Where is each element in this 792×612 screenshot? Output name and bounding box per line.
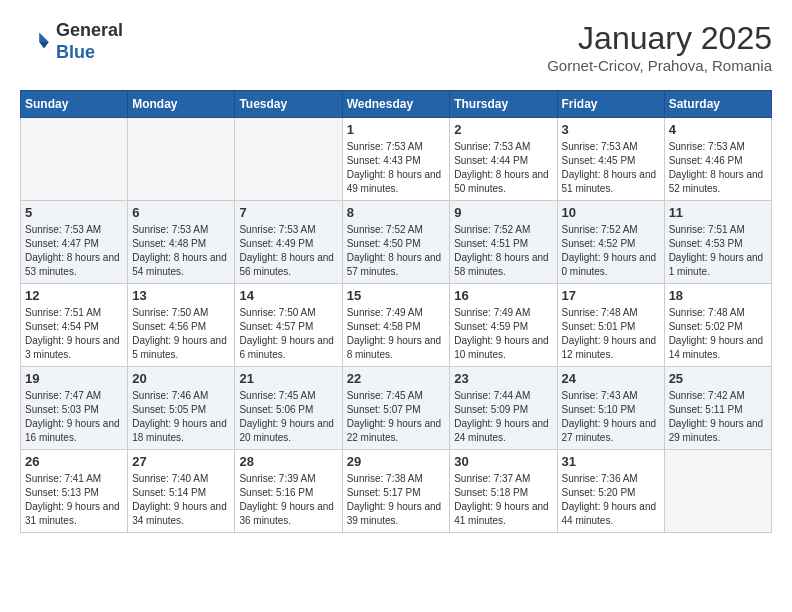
day-info: Sunrise: 7:45 AM Sunset: 5:07 PM Dayligh… bbox=[347, 389, 446, 445]
weekday-header: Wednesday bbox=[342, 91, 450, 118]
logo: General Blue bbox=[20, 20, 123, 63]
day-info: Sunrise: 7:36 AM Sunset: 5:20 PM Dayligh… bbox=[562, 472, 660, 528]
day-number: 8 bbox=[347, 205, 446, 220]
calendar-cell: 11Sunrise: 7:51 AM Sunset: 4:53 PM Dayli… bbox=[664, 201, 771, 284]
day-info: Sunrise: 7:53 AM Sunset: 4:47 PM Dayligh… bbox=[25, 223, 123, 279]
day-number: 2 bbox=[454, 122, 552, 137]
day-info: Sunrise: 7:51 AM Sunset: 4:54 PM Dayligh… bbox=[25, 306, 123, 362]
calendar-cell: 23Sunrise: 7:44 AM Sunset: 5:09 PM Dayli… bbox=[450, 367, 557, 450]
day-number: 25 bbox=[669, 371, 767, 386]
day-number: 5 bbox=[25, 205, 123, 220]
calendar-cell: 31Sunrise: 7:36 AM Sunset: 5:20 PM Dayli… bbox=[557, 450, 664, 533]
day-info: Sunrise: 7:52 AM Sunset: 4:51 PM Dayligh… bbox=[454, 223, 552, 279]
calendar-cell: 24Sunrise: 7:43 AM Sunset: 5:10 PM Dayli… bbox=[557, 367, 664, 450]
logo-icon bbox=[20, 26, 52, 58]
day-number: 12 bbox=[25, 288, 123, 303]
day-number: 26 bbox=[25, 454, 123, 469]
day-info: Sunrise: 7:53 AM Sunset: 4:44 PM Dayligh… bbox=[454, 140, 552, 196]
day-number: 9 bbox=[454, 205, 552, 220]
calendar-cell: 17Sunrise: 7:48 AM Sunset: 5:01 PM Dayli… bbox=[557, 284, 664, 367]
day-number: 4 bbox=[669, 122, 767, 137]
calendar-cell: 18Sunrise: 7:48 AM Sunset: 5:02 PM Dayli… bbox=[664, 284, 771, 367]
calendar-cell: 26Sunrise: 7:41 AM Sunset: 5:13 PM Dayli… bbox=[21, 450, 128, 533]
day-info: Sunrise: 7:53 AM Sunset: 4:45 PM Dayligh… bbox=[562, 140, 660, 196]
calendar-cell: 7Sunrise: 7:53 AM Sunset: 4:49 PM Daylig… bbox=[235, 201, 342, 284]
day-number: 19 bbox=[25, 371, 123, 386]
calendar-cell: 15Sunrise: 7:49 AM Sunset: 4:58 PM Dayli… bbox=[342, 284, 450, 367]
weekday-header: Monday bbox=[128, 91, 235, 118]
weekday-header: Friday bbox=[557, 91, 664, 118]
calendar-cell: 25Sunrise: 7:42 AM Sunset: 5:11 PM Dayli… bbox=[664, 367, 771, 450]
day-info: Sunrise: 7:37 AM Sunset: 5:18 PM Dayligh… bbox=[454, 472, 552, 528]
day-info: Sunrise: 7:50 AM Sunset: 4:57 PM Dayligh… bbox=[239, 306, 337, 362]
day-info: Sunrise: 7:51 AM Sunset: 4:53 PM Dayligh… bbox=[669, 223, 767, 279]
calendar-cell: 3Sunrise: 7:53 AM Sunset: 4:45 PM Daylig… bbox=[557, 118, 664, 201]
weekday-header: Saturday bbox=[664, 91, 771, 118]
day-number: 16 bbox=[454, 288, 552, 303]
day-info: Sunrise: 7:48 AM Sunset: 5:01 PM Dayligh… bbox=[562, 306, 660, 362]
day-info: Sunrise: 7:43 AM Sunset: 5:10 PM Dayligh… bbox=[562, 389, 660, 445]
day-info: Sunrise: 7:40 AM Sunset: 5:14 PM Dayligh… bbox=[132, 472, 230, 528]
day-info: Sunrise: 7:52 AM Sunset: 4:50 PM Dayligh… bbox=[347, 223, 446, 279]
calendar-cell: 16Sunrise: 7:49 AM Sunset: 4:59 PM Dayli… bbox=[450, 284, 557, 367]
calendar-cell: 5Sunrise: 7:53 AM Sunset: 4:47 PM Daylig… bbox=[21, 201, 128, 284]
calendar-cell: 9Sunrise: 7:52 AM Sunset: 4:51 PM Daylig… bbox=[450, 201, 557, 284]
day-number: 28 bbox=[239, 454, 337, 469]
calendar-cell: 19Sunrise: 7:47 AM Sunset: 5:03 PM Dayli… bbox=[21, 367, 128, 450]
calendar-cell: 29Sunrise: 7:38 AM Sunset: 5:17 PM Dayli… bbox=[342, 450, 450, 533]
day-info: Sunrise: 7:49 AM Sunset: 4:58 PM Dayligh… bbox=[347, 306, 446, 362]
title-block: January 2025 Gornet-Cricov, Prahova, Rom… bbox=[547, 20, 772, 74]
calendar-cell bbox=[235, 118, 342, 201]
day-number: 13 bbox=[132, 288, 230, 303]
calendar-cell bbox=[128, 118, 235, 201]
day-info: Sunrise: 7:39 AM Sunset: 5:16 PM Dayligh… bbox=[239, 472, 337, 528]
day-number: 31 bbox=[562, 454, 660, 469]
day-number: 10 bbox=[562, 205, 660, 220]
calendar-cell: 28Sunrise: 7:39 AM Sunset: 5:16 PM Dayli… bbox=[235, 450, 342, 533]
day-number: 24 bbox=[562, 371, 660, 386]
day-number: 27 bbox=[132, 454, 230, 469]
day-info: Sunrise: 7:47 AM Sunset: 5:03 PM Dayligh… bbox=[25, 389, 123, 445]
day-info: Sunrise: 7:38 AM Sunset: 5:17 PM Dayligh… bbox=[347, 472, 446, 528]
calendar-cell: 2Sunrise: 7:53 AM Sunset: 4:44 PM Daylig… bbox=[450, 118, 557, 201]
day-number: 22 bbox=[347, 371, 446, 386]
day-info: Sunrise: 7:44 AM Sunset: 5:09 PM Dayligh… bbox=[454, 389, 552, 445]
day-info: Sunrise: 7:50 AM Sunset: 4:56 PM Dayligh… bbox=[132, 306, 230, 362]
weekday-header: Tuesday bbox=[235, 91, 342, 118]
day-info: Sunrise: 7:53 AM Sunset: 4:48 PM Dayligh… bbox=[132, 223, 230, 279]
day-number: 20 bbox=[132, 371, 230, 386]
day-info: Sunrise: 7:49 AM Sunset: 4:59 PM Dayligh… bbox=[454, 306, 552, 362]
weekday-header: Sunday bbox=[21, 91, 128, 118]
calendar-week-row: 12Sunrise: 7:51 AM Sunset: 4:54 PM Dayli… bbox=[21, 284, 772, 367]
day-number: 30 bbox=[454, 454, 552, 469]
calendar-cell: 22Sunrise: 7:45 AM Sunset: 5:07 PM Dayli… bbox=[342, 367, 450, 450]
day-number: 15 bbox=[347, 288, 446, 303]
calendar-cell: 12Sunrise: 7:51 AM Sunset: 4:54 PM Dayli… bbox=[21, 284, 128, 367]
calendar-table: SundayMondayTuesdayWednesdayThursdayFrid… bbox=[20, 90, 772, 533]
calendar-week-row: 26Sunrise: 7:41 AM Sunset: 5:13 PM Dayli… bbox=[21, 450, 772, 533]
month-title: January 2025 bbox=[547, 20, 772, 57]
page-header: General Blue January 2025 Gornet-Cricov,… bbox=[20, 20, 772, 74]
day-number: 23 bbox=[454, 371, 552, 386]
day-number: 18 bbox=[669, 288, 767, 303]
svg-marker-0 bbox=[39, 32, 49, 42]
logo-text: General Blue bbox=[56, 20, 123, 63]
calendar-cell: 4Sunrise: 7:53 AM Sunset: 4:46 PM Daylig… bbox=[664, 118, 771, 201]
day-info: Sunrise: 7:53 AM Sunset: 4:43 PM Dayligh… bbox=[347, 140, 446, 196]
day-number: 7 bbox=[239, 205, 337, 220]
day-info: Sunrise: 7:48 AM Sunset: 5:02 PM Dayligh… bbox=[669, 306, 767, 362]
calendar-cell: 30Sunrise: 7:37 AM Sunset: 5:18 PM Dayli… bbox=[450, 450, 557, 533]
day-info: Sunrise: 7:53 AM Sunset: 4:46 PM Dayligh… bbox=[669, 140, 767, 196]
day-number: 17 bbox=[562, 288, 660, 303]
day-info: Sunrise: 7:45 AM Sunset: 5:06 PM Dayligh… bbox=[239, 389, 337, 445]
day-number: 21 bbox=[239, 371, 337, 386]
calendar-cell: 13Sunrise: 7:50 AM Sunset: 4:56 PM Dayli… bbox=[128, 284, 235, 367]
weekday-header-row: SundayMondayTuesdayWednesdayThursdayFrid… bbox=[21, 91, 772, 118]
svg-marker-1 bbox=[39, 42, 49, 48]
location-subtitle: Gornet-Cricov, Prahova, Romania bbox=[547, 57, 772, 74]
calendar-cell: 21Sunrise: 7:45 AM Sunset: 5:06 PM Dayli… bbox=[235, 367, 342, 450]
day-info: Sunrise: 7:41 AM Sunset: 5:13 PM Dayligh… bbox=[25, 472, 123, 528]
day-number: 3 bbox=[562, 122, 660, 137]
calendar-cell: 20Sunrise: 7:46 AM Sunset: 5:05 PM Dayli… bbox=[128, 367, 235, 450]
calendar-cell: 8Sunrise: 7:52 AM Sunset: 4:50 PM Daylig… bbox=[342, 201, 450, 284]
